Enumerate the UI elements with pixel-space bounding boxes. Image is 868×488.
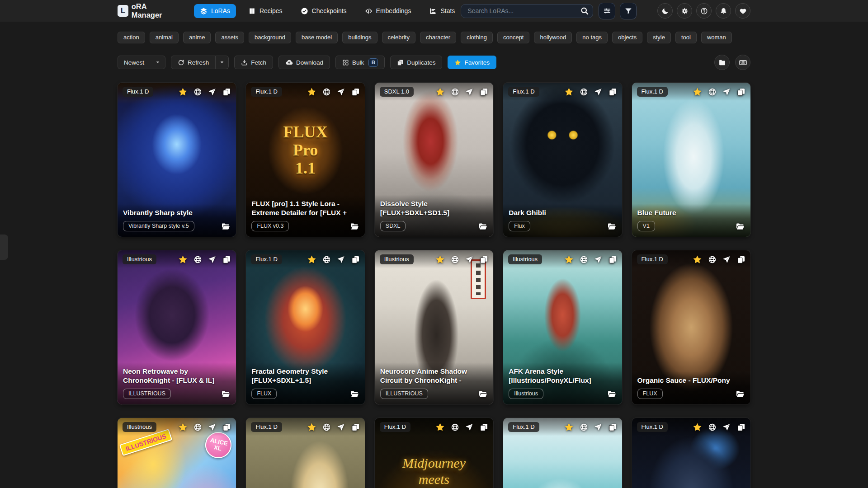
fetch-button[interactable]: Fetch [234,56,273,69]
tag-filter-clothing[interactable]: clothing [461,32,493,43]
duplicates-button[interactable]: Duplicates [390,56,442,69]
copy-icon[interactable] [609,423,617,432]
globe-icon[interactable] [193,255,202,264]
globe-icon[interactable] [322,255,331,264]
tag-filter-concept[interactable]: concept [497,32,530,43]
globe-icon[interactable] [708,423,717,432]
nav-item-checkpoints[interactable]: Checkpoints [295,4,353,18]
lora-card[interactable]: SDXL 1.0 Dissolve Style [FLUX+SDXL+SD1.5… [375,83,493,237]
copy-icon[interactable] [480,423,488,432]
favorites-filter-button[interactable]: Favorites [448,56,496,69]
help-button[interactable] [696,3,712,19]
send-icon[interactable] [208,255,217,264]
send-icon[interactable] [722,88,731,96]
favorite-star-icon[interactable] [307,255,316,264]
favorite-star-icon[interactable] [693,255,702,264]
globe-icon[interactable] [708,255,717,264]
folder-open-icon[interactable] [478,389,488,399]
tag-filter-hollywood[interactable]: hollywood [534,32,572,43]
app-logo[interactable]: L oRA Manager [118,2,175,19]
tag-filter-animal[interactable]: animal [150,32,179,43]
nav-item-loras[interactable]: LoRAs [194,4,236,18]
tag-filter-objects[interactable]: objects [612,32,642,43]
favorite-star-icon[interactable] [693,87,702,97]
favorite-star-icon[interactable] [307,87,316,97]
filter-sliders-button[interactable] [599,3,615,19]
side-panel-handle[interactable] [0,235,8,260]
theme-toggle-button[interactable] [657,3,673,19]
copy-icon[interactable] [351,88,360,96]
keyboard-shortcuts-button[interactable] [735,55,750,70]
folder-open-icon[interactable] [478,222,488,231]
lora-card[interactable]: Flux.1 D Vibrantly Sharp style Vibrantly… [118,83,236,237]
lora-card[interactable]: Flux.1 D Dark Ghibli Flux [503,83,622,237]
tag-filter-assets[interactable]: assets [215,32,244,43]
globe-icon[interactable] [322,423,331,432]
copy-icon[interactable] [351,423,360,432]
favorite-star-icon[interactable] [178,255,188,264]
send-icon[interactable] [337,423,345,432]
tag-filter-buildings[interactable]: buildings [342,32,377,43]
lora-card[interactable]: Flux.1 D [632,418,750,488]
copy-icon[interactable] [737,88,745,96]
lora-card[interactable]: Illustrious Neurocore Anime Shadow Circu… [375,250,493,404]
copy-icon[interactable] [609,255,617,264]
globe-icon[interactable] [451,88,459,96]
globe-icon[interactable] [580,88,588,96]
nav-item-stats[interactable]: Stats [423,4,461,18]
copy-icon[interactable] [480,88,488,96]
send-icon[interactable] [594,88,603,96]
folder-open-icon[interactable] [221,222,231,231]
folder-open-icon[interactable] [736,222,745,231]
copy-icon[interactable] [609,88,617,96]
tag-filter-base-model[interactable]: base model [296,32,338,43]
tag-filter-style[interactable]: style [647,32,671,43]
folder-open-icon[interactable] [736,389,745,399]
support-button[interactable] [735,3,750,19]
copy-icon[interactable] [222,88,231,96]
favorite-star-icon[interactable] [564,422,574,432]
settings-button[interactable] [677,3,692,19]
lora-card[interactable]: Illustrious Neon Retrowave by ChronoKnig… [118,250,236,404]
send-icon[interactable] [722,423,731,432]
send-icon[interactable] [465,88,474,96]
nav-item-embeddings[interactable]: Embeddings [359,4,417,18]
favorite-star-icon[interactable] [435,422,445,432]
send-icon[interactable] [594,423,603,432]
copy-icon[interactable] [737,255,745,264]
globe-icon[interactable] [708,88,717,96]
tag-filter-no-tags[interactable]: no tags [576,32,608,43]
lora-card[interactable]: Flux.1 D [246,418,364,488]
tag-filter-character[interactable]: character [420,32,456,43]
folder-open-icon[interactable] [607,222,617,231]
globe-icon[interactable] [451,423,459,432]
tag-filter-action[interactable]: action [118,32,145,43]
folder-open-icon[interactable] [221,389,231,399]
folder-view-button[interactable] [714,55,730,70]
lora-card[interactable]: Illustrious AFK Arena Style [Illustrious… [503,250,622,404]
bulk-button[interactable]: Bulk B [335,56,385,69]
globe-icon[interactable] [193,88,202,96]
favorite-star-icon[interactable] [435,255,445,264]
folder-open-icon[interactable] [607,389,617,399]
send-icon[interactable] [594,255,603,264]
tag-filter-tool[interactable]: tool [675,32,697,43]
send-icon[interactable] [208,88,217,96]
refresh-options-button[interactable] [216,56,229,69]
tag-filter-celebrity[interactable]: celebrity [382,32,415,43]
send-icon[interactable] [208,423,217,432]
copy-icon[interactable] [480,255,488,264]
favorite-star-icon[interactable] [564,87,574,97]
tag-filter-background[interactable]: background [249,32,291,43]
favorite-star-icon[interactable] [178,87,188,97]
tag-filter-woman[interactable]: woman [701,32,732,43]
send-icon[interactable] [337,255,345,264]
copy-icon[interactable] [737,423,745,432]
copy-icon[interactable] [351,255,360,264]
tag-filter-anime[interactable]: anime [183,32,211,43]
globe-icon[interactable] [193,423,202,432]
send-icon[interactable] [337,88,345,96]
send-icon[interactable] [465,255,474,264]
download-button[interactable]: Download [278,56,330,69]
lora-card[interactable]: Flux.1 D Midjourney meets [375,418,493,488]
